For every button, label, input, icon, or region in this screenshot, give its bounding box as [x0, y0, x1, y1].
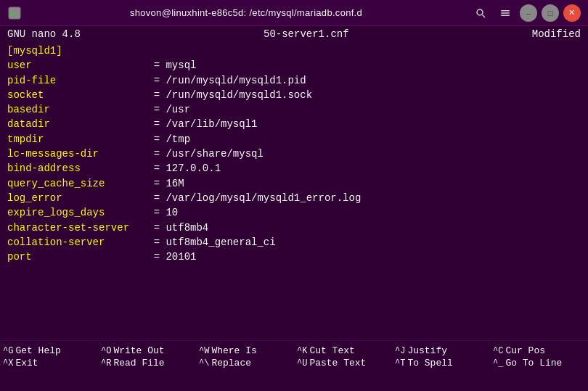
- section-line: [mysqld1]: [7, 44, 581, 58]
- shortcut-write-out: ^O Write Out ^R Read File: [98, 342, 196, 390]
- titlebar-left: >_: [7, 6, 22, 20]
- replace-label: Replace: [211, 358, 251, 369]
- ctrl-w: ^W: [199, 346, 209, 356]
- shortcut-bar: ^G Get Help ^X Exit ^O Write Out ^R Read…: [0, 340, 588, 391]
- svg-rect-6: [501, 15, 510, 16]
- nano-version: GNU nano 4.8: [7, 28, 81, 40]
- shortcut-justify: ^J Justify ^T To Spell: [392, 342, 490, 390]
- shortcut-cut-text: ^K Cut Text ^U Paste Text: [294, 342, 392, 390]
- ctrl-u: ^U: [297, 358, 307, 369]
- justify-label: Justify: [407, 345, 447, 356]
- ctrl-o: ^O: [101, 346, 111, 356]
- titlebar: >_ shovon@linuxhint-e86c5d: /etc/mysql/m…: [0, 0, 588, 26]
- line-tmpdir: tmpdir = /tmp: [7, 132, 581, 147]
- line-datadir: datadir = /var/lib/mysql1: [7, 117, 581, 131]
- go-to-line-label: Go To Line: [505, 358, 562, 369]
- maximize-button[interactable]: □: [542, 4, 559, 22]
- line-pid-file: pid-file = /run/mysqld/mysqld1.pid: [7, 73, 581, 88]
- line-character-set-server: character-set-server = utf8mb4: [7, 221, 581, 235]
- ctrl-t: ^T: [395, 358, 405, 369]
- ctrl-c: ^C: [493, 346, 503, 356]
- ctrl-g: ^G: [3, 346, 13, 356]
- terminal-icon: >_: [7, 6, 22, 20]
- ctrl-underscore: ^_: [493, 358, 503, 369]
- svg-rect-4: [501, 10, 510, 12]
- ctrl-j: ^J: [395, 346, 405, 356]
- exit-label: Exit: [15, 358, 38, 369]
- write-out-label: Write Out: [113, 345, 164, 356]
- line-socket: socket = /run/mysqld/mysqld1.sock: [7, 88, 581, 102]
- line-user: user = mysql: [7, 58, 581, 73]
- to-spell-label: To Spell: [407, 358, 452, 369]
- line-bind-address: bind-address = 127.0.0.1: [7, 161, 581, 176]
- read-file-label: Read File: [113, 358, 164, 369]
- line-expire-logs-days: expire_logs_days = 10: [7, 205, 581, 220]
- nano-filename: 50-server1.cnf: [264, 28, 349, 40]
- line-lc-messages-dir: lc-messages-dir = /usr/share/mysql: [7, 147, 581, 161]
- svg-text:>_: >_: [10, 10, 18, 17]
- ctrl-backslash: ^\: [199, 358, 209, 369]
- minimize-button[interactable]: –: [520, 4, 537, 22]
- shortcut-get-help: ^G Get Help ^X Exit: [0, 342, 98, 390]
- svg-line-3: [482, 15, 485, 17]
- titlebar-title: shovon@linuxhint-e86c5d: /etc/mysql/mari…: [130, 7, 362, 18]
- get-help-label: Get Help: [15, 345, 60, 356]
- svg-rect-5: [501, 12, 510, 14]
- ctrl-k: ^K: [297, 346, 307, 356]
- cut-text-label: Cut Text: [309, 345, 354, 356]
- line-log-error: log_error = /var/log/mysql/mysqld1_error…: [7, 191, 581, 205]
- ctrl-x: ^X: [3, 358, 13, 369]
- line-basedir: basedir = /usr: [7, 102, 581, 117]
- shortcut-cur-pos: ^C Cur Pos ^_ Go To Line: [490, 342, 588, 390]
- search-button[interactable]: [470, 3, 491, 23]
- where-is-label: Where Is: [211, 345, 256, 356]
- editor-content[interactable]: [mysqld1] user = mysql pid-file = /run/m…: [0, 42, 588, 340]
- line-query-cache-size: query_cache_size = 16M: [7, 176, 581, 191]
- svg-point-2: [477, 9, 483, 15]
- close-button[interactable]: ✕: [563, 4, 581, 22]
- menu-button[interactable]: [495, 3, 515, 23]
- shortcut-where-is: ^W Where Is ^\ Replace: [196, 342, 294, 390]
- nano-modified: Modified: [532, 28, 581, 40]
- paste-text-label: Paste Text: [309, 358, 366, 369]
- nano-editor: GNU nano 4.8 50-server1.cnf Modified [my…: [0, 26, 588, 340]
- nano-header: GNU nano 4.8 50-server1.cnf Modified: [0, 26, 588, 42]
- cur-pos-label: Cur Pos: [505, 345, 545, 356]
- titlebar-controls: – □ ✕: [470, 3, 581, 23]
- line-collation-server: collation-server = utf8mb4_general_ci: [7, 235, 581, 250]
- line-port: port = 20101: [7, 250, 581, 264]
- ctrl-r: ^R: [101, 358, 111, 369]
